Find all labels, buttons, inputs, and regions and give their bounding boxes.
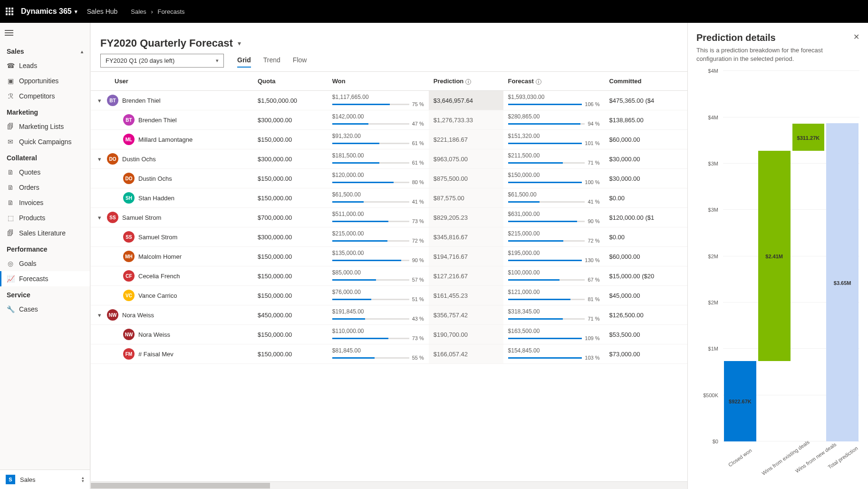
prediction-cell[interactable]: $356,757.42 [429, 305, 503, 325]
table-row[interactable]: MHMalcolm Homer$150,000.00$135,000.0090 … [91, 247, 687, 266]
metric-value: $81,845.00 [332, 347, 424, 354]
progress-bar [332, 357, 409, 359]
table-row[interactable]: DODustin Ochs$150,000.00$120,000.0080 %$… [91, 169, 687, 188]
sidebar-item-competitors[interactable]: ℛCompetitors [0, 88, 90, 104]
table-row[interactable]: MLMillard Lamontagne$150,000.00$91,320.0… [91, 130, 687, 149]
metric-percent: 80 % [412, 179, 424, 185]
table-row[interactable]: ▾DODustin Ochs$300,000.00$181,500.0061 %… [91, 149, 687, 169]
prediction-cell[interactable]: $345,816.67 [429, 227, 503, 247]
column-quota[interactable]: Quota [253, 72, 328, 91]
expand-icon[interactable]: ▾ [96, 156, 103, 163]
column-won[interactable]: Won [328, 72, 429, 91]
sidebar-item-orders[interactable]: 🗎Orders [0, 180, 90, 195]
expand-icon[interactable]: ▾ [96, 214, 103, 221]
prediction-cell[interactable]: $963,075.00 [429, 149, 503, 169]
quota-cell: $1,500,000.00 [253, 91, 328, 110]
metric-value: $318,345.00 [508, 308, 600, 315]
prediction-cell[interactable]: $3,646,957.64 [429, 91, 503, 110]
prediction-cell[interactable]: $1,276,733.33 [429, 110, 503, 130]
table-row[interactable]: FM# Faisal Mev$150,000.00$81,845.0055 %$… [91, 344, 687, 364]
table-row[interactable]: BTBrenden Thiel$300,000.00$142,000.0047 … [91, 110, 687, 130]
prediction-cell[interactable]: $166,057.42 [429, 344, 503, 364]
metric-percent: 57 % [412, 277, 424, 283]
quota-cell: $150,000.00 [253, 344, 328, 364]
y-tick-label: $3M [708, 161, 718, 166]
progress-bar [332, 143, 409, 144]
table-row[interactable]: CFCecelia French$150,000.00$85,000.0057 … [91, 266, 687, 286]
page-title[interactable]: FY2020 Quarterly Forecast [100, 37, 233, 49]
collapse-icon[interactable]: ▴ [81, 49, 83, 54]
progress-bar [332, 104, 409, 105]
avatar: MH [123, 251, 135, 262]
table-row[interactable]: ▾SSSamuel Strom$700,000.00$511,000.0073 … [91, 208, 687, 227]
info-icon[interactable]: i [465, 79, 471, 85]
case-icon: 🔧 [7, 305, 14, 313]
prediction-cell[interactable]: $875,500.00 [429, 169, 503, 188]
expand-icon[interactable]: ▾ [96, 312, 103, 319]
tab-flow[interactable]: Flow [293, 53, 307, 68]
table-row[interactable]: ▾NWNora Weiss$450,000.00$191,845.0043 %$… [91, 305, 687, 325]
sidebar-item-cases[interactable]: 🔧Cases [0, 302, 90, 317]
slit-icon: 🗐 [7, 229, 14, 237]
app-name[interactable]: Dynamics 365 ▾ [21, 7, 77, 16]
table-row[interactable]: NWNora Weiss$150,000.00$110,000.0073 %$1… [91, 325, 687, 344]
progress-bar [332, 162, 409, 164]
user-name: Millard Lamontagne [138, 136, 193, 143]
tab-trend[interactable]: Trend [263, 53, 280, 68]
chart-bar[interactable]: $2.41M [757, 71, 791, 441]
metric-percent: 43 % [412, 316, 424, 322]
chart-bar[interactable]: $922.67K [723, 71, 757, 441]
table-row[interactable]: ▾BTBrenden Thiel$1,500,000.00$1,117,665.… [91, 91, 687, 110]
table-row[interactable]: SSSamuel Strom$300,000.00$215,000.0072 %… [91, 227, 687, 247]
chart-bar[interactable]: $311.27K [791, 71, 826, 441]
avatar: BT [123, 114, 135, 126]
sidebar-item-quotes[interactable]: 🗎Quotes [0, 165, 90, 180]
updown-icon: ▴▾ [82, 476, 84, 483]
column-forecast[interactable]: Forecasti [503, 72, 605, 91]
info-icon[interactable]: i [536, 79, 541, 85]
prediction-details-panel: Prediction details ✕ This is a predictio… [687, 23, 868, 489]
sidebar-item-goals[interactable]: ◎Goals [0, 256, 90, 271]
sidebar-item-marketing-lists[interactable]: 🗐Marketing Lists [0, 119, 90, 134]
period-select[interactable]: FY2020 Q1 (20 days left) ▾ [100, 54, 224, 68]
sidebar-item-opportunities[interactable]: ▣Opportunities [0, 73, 90, 88]
metric-value: $142,000.00 [332, 113, 424, 120]
prediction-cell[interactable]: $190,700.00 [429, 325, 503, 344]
expand-icon[interactable]: ▾ [96, 97, 103, 104]
table-row[interactable]: SHStan Hadden$150,000.00$61,500.0041 %$8… [91, 188, 687, 208]
metric-percent: 73 % [412, 335, 424, 341]
metric-value: $110,000.00 [332, 328, 424, 334]
sidebar-item-leads[interactable]: ☎Leads [0, 58, 90, 73]
sidebar-item-sales-literature[interactable]: 🗐Sales Literature [0, 225, 90, 241]
sidebar-item-products[interactable]: ⬚Products [0, 210, 90, 225]
prediction-cell[interactable]: $829,205.23 [429, 208, 503, 227]
avatar: BT [107, 95, 118, 106]
chart-bar[interactable]: $3.65M [825, 71, 859, 441]
chevron-down-icon[interactable]: ▾ [238, 39, 241, 47]
prediction-cell[interactable]: $221,186.67 [429, 130, 503, 149]
close-icon[interactable]: ✕ [853, 32, 859, 41]
column-user[interactable]: User [91, 72, 253, 91]
sidebar-item-quick-campaigns[interactable]: ✉Quick Campaigns [0, 134, 90, 149]
breadcrumb-item[interactable]: Sales [131, 8, 146, 15]
metric-percent: 72 % [588, 238, 599, 244]
committed-cell: $53,500.00 [605, 325, 687, 344]
app-launcher-icon[interactable] [6, 8, 13, 15]
metric-value: $211,500.00 [508, 152, 600, 159]
prediction-cell[interactable]: $127,216.67 [429, 266, 503, 286]
area-switcher[interactable]: S Sales ▴▾ [0, 469, 90, 489]
table-row[interactable]: VCVance Carrico$150,000.00$76,000.0051 %… [91, 286, 687, 305]
sidebar-item-forecasts[interactable]: 📈Forecasts [0, 271, 90, 286]
progress-bar [508, 240, 585, 242]
nav-heading: Service [0, 286, 90, 302]
prediction-cell[interactable]: $161,455.23 [429, 286, 503, 305]
column-committed[interactable]: Committed [605, 72, 687, 91]
prediction-cell[interactable]: $194,716.67 [429, 247, 503, 266]
breadcrumb-item[interactable]: Forecasts [157, 8, 184, 15]
horizontal-scrollbar[interactable] [91, 481, 687, 489]
column-prediction[interactable]: Predictioni [429, 72, 503, 91]
prediction-cell[interactable]: $87,575.00 [429, 188, 503, 208]
menu-toggle-icon[interactable] [0, 23, 90, 43]
sidebar-item-invoices[interactable]: 🗎Invoices [0, 195, 90, 210]
tab-grid[interactable]: Grid [237, 53, 251, 68]
